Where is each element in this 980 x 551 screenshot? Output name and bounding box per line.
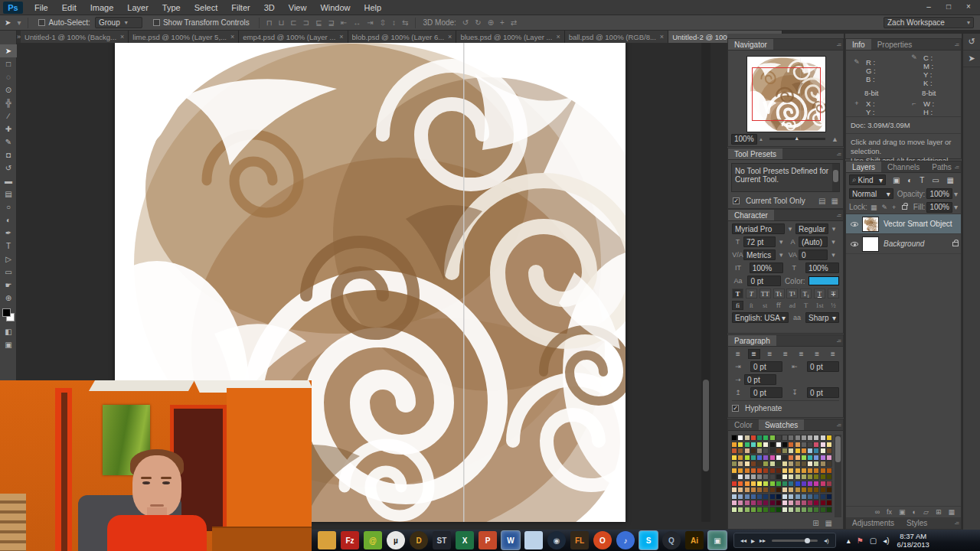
tool-type[interactable]: T [0,240,17,253]
swatch[interactable] [826,442,832,448]
swatch[interactable] [776,481,782,487]
swatch[interactable] [769,448,776,454]
swatch[interactable] [776,461,782,467]
swatch[interactable] [826,468,832,474]
auto-select-mode-dropdown[interactable]: Group ▾ [95,17,142,28]
layer-row-vector-smart-object[interactable]: Vector Smart Object [846,214,961,234]
taskbar-itunes-icon[interactable]: ♪ [616,531,635,549]
swatch[interactable] [782,481,788,487]
swatch[interactable] [731,507,737,513]
tool-eraser[interactable]: ▬ [0,174,17,187]
tool-quick-selection[interactable]: ⊙ [0,83,17,96]
navigator-zoom-slider[interactable]: ▲ [769,138,825,140]
swatch[interactable] [813,442,819,448]
swatch[interactable] [795,442,801,448]
document-tab[interactable]: emp4.psd @ 100% (Layer ...× [239,31,348,43]
layers-footer-icon[interactable]: ⊞ [936,508,942,516]
chevron-down-icon[interactable]: ▾ [954,190,958,198]
swatch[interactable] [737,461,743,467]
opentype-button[interactable]: ſt [746,301,757,310]
swatch[interactable] [737,435,743,441]
swatch[interactable] [744,500,750,506]
swatch[interactable] [769,461,776,467]
tab-paragraph[interactable]: Paragraph [728,335,776,346]
swatch[interactable] [807,435,813,441]
swatch[interactable] [801,455,807,461]
horizontal-scale-field[interactable]: 100% [805,262,839,273]
new-swatch-icon[interactable]: ⊞ [812,519,818,527]
lock-all-icon[interactable] [902,205,907,210]
swatch[interactable] [763,448,769,454]
tab-styles[interactable]: Styles [900,517,933,529]
swatch[interactable] [769,481,776,487]
swatch[interactable] [826,455,832,461]
tab-layers[interactable]: Layers [846,161,881,172]
layer-filter-icon[interactable]: ▭ [932,176,939,184]
hyphenate-checkbox[interactable]: ✓ [732,405,739,412]
indent-right-field[interactable]: 0 pt [807,361,839,372]
visibility-toggle[interactable] [848,222,861,227]
layer-filter-icon[interactable]: ▦ [947,176,954,184]
taskbar-excel-icon[interactable]: X [456,531,474,549]
swatch[interactable] [763,487,769,493]
next-track-icon[interactable]: ▸▸ [760,537,766,544]
swatch[interactable] [737,448,743,454]
swatch[interactable] [731,500,737,506]
swatch[interactable] [731,442,737,448]
tab-properties[interactable]: Properties [871,39,919,50]
swatch[interactable] [731,455,737,461]
swatch[interactable] [813,507,819,513]
taskbar-illustrator-icon[interactable]: Ai [685,531,704,549]
taskbar-powerpoint-icon[interactable]: P [479,531,497,549]
tool-move[interactable]: ➤ [0,44,17,57]
swatch[interactable] [731,461,737,467]
swatch[interactable] [769,442,776,448]
swatch[interactable] [769,435,776,441]
swatch[interactable] [795,474,801,480]
layer-filter-icon[interactable]: ▣ [893,176,900,184]
media-controls[interactable]: ◂◂ ▸ ▸▸ ◂) [733,533,836,548]
layer-filter-dropdown[interactable]: ⌕Kind▾ [849,174,886,185]
swatch[interactable] [756,435,763,441]
swatch[interactable] [801,487,807,493]
swatch[interactable] [820,474,826,480]
tool-preset-caret-icon[interactable]: ▾ [17,18,21,27]
opentype-button[interactable]: st [760,301,771,310]
document-tab[interactable]: Untitled-1 @ 100% (Backg...× [21,31,129,43]
blend-mode-dropdown[interactable]: Normal▾ [849,188,893,199]
swatch[interactable] [788,481,794,487]
swatch[interactable] [826,487,832,493]
swatch[interactable] [776,435,782,441]
taskbar-utorrent-icon[interactable]: µ [387,531,405,549]
swatch[interactable] [795,461,801,467]
quick-mask-button[interactable]: ◧ [0,325,17,338]
tab-color[interactable]: Color [728,419,759,430]
font-size-field[interactable]: 72 pt [743,236,776,247]
swatch[interactable] [820,487,826,493]
swatch[interactable] [788,468,794,474]
swatch[interactable] [788,461,794,467]
style-italic-button[interactable]: T [746,289,757,298]
panel-menu-icon[interactable]: -= [955,164,959,171]
tool-crop[interactable]: ╬ [0,96,17,109]
style-caps-button[interactable]: TT [760,289,771,298]
swatch[interactable] [750,487,756,493]
swatch[interactable] [788,487,794,493]
swatch[interactable] [795,448,801,454]
threed-mode-icon[interactable]: + [500,18,505,27]
swatch[interactable] [763,474,769,480]
swatch[interactable] [795,500,801,506]
swatch[interactable] [750,474,756,480]
panel-menu-icon[interactable]: -= [837,212,841,219]
panel-menu-icon[interactable]: -= [837,422,841,429]
document-tab[interactable]: ball.psd @ 100% (RGB/8...× [565,31,668,43]
swatch[interactable] [756,507,763,513]
swatch[interactable] [763,481,769,487]
swatch[interactable] [807,494,813,500]
tool-history-brush[interactable]: ↺ [0,161,17,174]
menu-help[interactable]: Help [358,0,389,15]
workspace-dropdown[interactable]: Zach Workspace ▾ [884,17,974,28]
taskbar-flstudio-icon[interactable]: FL [570,531,589,549]
paragraph-align-button[interactable]: ≡ [748,349,760,359]
tray-expand-icon[interactable]: ▴ [847,536,851,545]
